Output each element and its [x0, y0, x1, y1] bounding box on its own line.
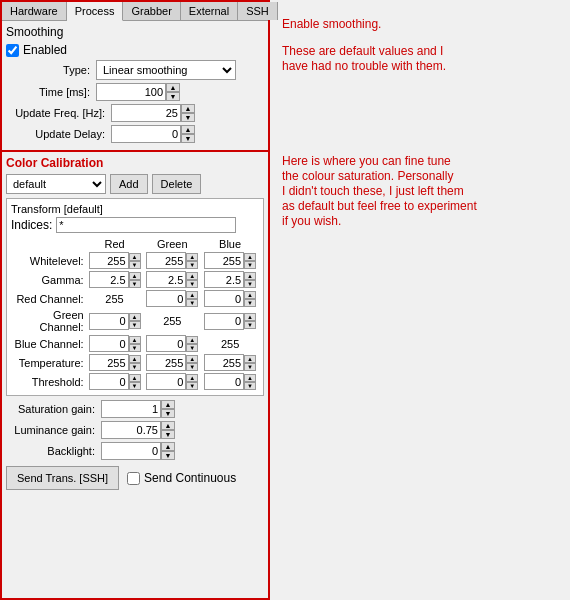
blue-up[interactable]: ▲ — [244, 291, 256, 299]
input-green[interactable] — [146, 271, 186, 288]
cell-red-spin: ▲▼ — [88, 335, 142, 352]
update-freq-down[interactable]: ▼ — [181, 113, 195, 122]
cell-red-spin: ▲▼ — [88, 354, 142, 371]
update-freq-label: Update Freq. [Hz]: — [6, 107, 111, 119]
input-red[interactable] — [89, 335, 129, 352]
tab-external[interactable]: External — [181, 2, 238, 20]
blue-up[interactable]: ▲ — [244, 272, 256, 280]
cell-blue-fixed: 255 — [201, 334, 259, 353]
blue-up[interactable]: ▲ — [244, 253, 256, 261]
input-green[interactable] — [146, 290, 186, 307]
input-blue[interactable] — [204, 252, 244, 269]
backlight-down[interactable]: ▼ — [161, 451, 175, 460]
row-label: Blue Channel: — [11, 334, 86, 353]
input-green[interactable] — [146, 335, 186, 352]
enabled-checkbox[interactable] — [6, 44, 19, 57]
send-continuous-checkbox[interactable] — [127, 472, 140, 485]
time-input[interactable]: 100 — [96, 83, 166, 101]
green-up[interactable]: ▲ — [186, 355, 198, 363]
delete-button[interactable]: Delete — [152, 174, 202, 194]
input-blue[interactable] — [204, 373, 244, 390]
type-select[interactable]: Linear smoothing Exponential smoothing — [96, 60, 236, 80]
enabled-row: Enabled — [6, 43, 264, 57]
blue-down[interactable]: ▼ — [244, 299, 256, 307]
input-red[interactable] — [89, 354, 129, 371]
send-continuous-label: Send Continuous — [144, 471, 236, 485]
blue-down[interactable]: ▼ — [244, 280, 256, 288]
smoothing-title: Smoothing — [6, 25, 264, 39]
saturation-gain-up[interactable]: ▲ — [161, 400, 175, 409]
send-trans-button[interactable]: Send Trans. [SSH] — [6, 466, 119, 490]
saturation-gain-down[interactable]: ▼ — [161, 409, 175, 418]
input-red[interactable] — [89, 313, 129, 330]
table-row: Temperature:▲▼▲▼▲▼ — [11, 353, 259, 372]
backlight-up[interactable]: ▲ — [161, 442, 175, 451]
green-up[interactable]: ▲ — [186, 374, 198, 382]
left-panel: Hardware Process Grabber External SSH Sm… — [0, 0, 270, 600]
update-freq-row: Update Freq. [Hz]: 25 ▲ ▼ — [6, 104, 264, 122]
red-down[interactable]: ▼ — [129, 344, 141, 352]
input-red[interactable] — [89, 271, 129, 288]
backlight-label: Backlight: — [6, 445, 101, 457]
update-freq-up[interactable]: ▲ — [181, 104, 195, 113]
update-delay-up[interactable]: ▲ — [181, 125, 195, 134]
blue-up[interactable]: ▲ — [244, 355, 256, 363]
cell-red-spin: ▲▼ — [88, 313, 142, 330]
red-down[interactable]: ▼ — [129, 261, 141, 269]
indices-input[interactable]: * — [56, 217, 236, 233]
green-up[interactable]: ▲ — [186, 272, 198, 280]
input-blue[interactable] — [204, 271, 244, 288]
red-up[interactable]: ▲ — [129, 355, 141, 363]
enabled-label: Enabled — [23, 43, 67, 57]
input-green[interactable] — [146, 252, 186, 269]
update-freq-input[interactable]: 25 — [111, 104, 181, 122]
input-blue[interactable] — [204, 290, 244, 307]
blue-down[interactable]: ▼ — [244, 382, 256, 390]
red-up[interactable]: ▲ — [129, 253, 141, 261]
blue-down[interactable]: ▼ — [244, 321, 256, 329]
green-down[interactable]: ▼ — [186, 363, 198, 371]
tab-process[interactable]: Process — [67, 2, 124, 21]
add-button[interactable]: Add — [110, 174, 148, 194]
green-down[interactable]: ▼ — [186, 280, 198, 288]
input-green[interactable] — [146, 373, 186, 390]
red-up[interactable]: ▲ — [129, 313, 141, 321]
time-up[interactable]: ▲ — [166, 83, 180, 92]
red-down[interactable]: ▼ — [129, 280, 141, 288]
green-down[interactable]: ▼ — [186, 261, 198, 269]
luminance-gain-down[interactable]: ▼ — [161, 430, 175, 439]
luminance-gain-up[interactable]: ▲ — [161, 421, 175, 430]
input-green[interactable] — [146, 354, 186, 371]
red-up[interactable]: ▲ — [129, 374, 141, 382]
green-up[interactable]: ▲ — [186, 253, 198, 261]
color-calib-title: Color Calibration — [6, 156, 264, 170]
update-delay-down[interactable]: ▼ — [181, 134, 195, 143]
preset-select[interactable]: default — [6, 174, 106, 194]
green-up[interactable]: ▲ — [186, 336, 198, 344]
luminance-gain-input[interactable]: 0.75 — [101, 421, 161, 439]
cell-green-spin: ▲▼ — [145, 373, 199, 390]
saturation-gain-input[interactable]: 1 — [101, 400, 161, 418]
red-down[interactable]: ▼ — [129, 382, 141, 390]
blue-down[interactable]: ▼ — [244, 363, 256, 371]
input-blue[interactable] — [204, 354, 244, 371]
red-down[interactable]: ▼ — [129, 363, 141, 371]
green-up[interactable]: ▲ — [186, 291, 198, 299]
blue-up[interactable]: ▲ — [244, 374, 256, 382]
input-red[interactable] — [89, 252, 129, 269]
red-up[interactable]: ▲ — [129, 336, 141, 344]
green-down[interactable]: ▼ — [186, 299, 198, 307]
blue-up[interactable]: ▲ — [244, 313, 256, 321]
tab-hardware[interactable]: Hardware — [2, 2, 67, 20]
tab-grabber[interactable]: Grabber — [123, 2, 180, 20]
green-down[interactable]: ▼ — [186, 344, 198, 352]
input-blue[interactable] — [204, 313, 244, 330]
backlight-input[interactable]: 0 — [101, 442, 161, 460]
blue-down[interactable]: ▼ — [244, 261, 256, 269]
red-down[interactable]: ▼ — [129, 321, 141, 329]
input-red[interactable] — [89, 373, 129, 390]
red-up[interactable]: ▲ — [129, 272, 141, 280]
green-down[interactable]: ▼ — [186, 382, 198, 390]
time-down[interactable]: ▼ — [166, 92, 180, 101]
update-delay-input[interactable]: 0 — [111, 125, 181, 143]
